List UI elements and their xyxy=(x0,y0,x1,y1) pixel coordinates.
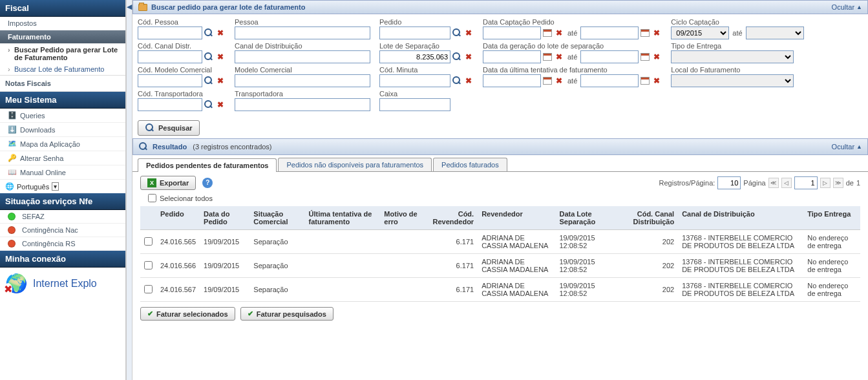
input-cod-canal[interactable] xyxy=(138,50,202,63)
input-cod-modelo[interactable] xyxy=(138,74,202,87)
clear-data-ult-to[interactable]: ✖ xyxy=(651,76,662,86)
cal-data-ult-from[interactable] xyxy=(542,76,553,86)
clear-cod-modelo[interactable]: ✖ xyxy=(215,76,226,86)
exportar-button[interactable]: XExportar xyxy=(140,176,196,190)
sidebar-item-notas-fiscais[interactable]: Notas Fiscais xyxy=(0,75,125,92)
lookup-pedido[interactable] xyxy=(452,28,462,38)
pager-page-input[interactable] xyxy=(794,176,818,189)
input-modelo[interactable] xyxy=(235,74,370,87)
clear-pedido[interactable]: ✖ xyxy=(463,28,474,38)
col-data-pedido[interactable]: Data do Pedido xyxy=(200,206,249,230)
col-motivo[interactable]: Motivo de erro xyxy=(380,206,421,230)
folder-icon xyxy=(138,4,147,11)
pager-next[interactable]: ▷ xyxy=(820,178,831,188)
select-ciclo-from[interactable]: 09/2015 xyxy=(671,26,729,39)
cell-canal: 13768 - INTERBELLE COMERCIO DE PRODUTOS … xyxy=(678,230,803,254)
label-cod-canal: Cód. Canal Distr. xyxy=(138,42,226,50)
main-content: Buscar pedido para gerar lote de faturam… xyxy=(132,0,868,380)
input-data-capt-to[interactable] xyxy=(580,26,639,39)
clear-cod-pessoa[interactable]: ✖ xyxy=(215,28,226,38)
clear-lote-sep[interactable]: ✖ xyxy=(463,52,474,62)
clear-data-capt-to[interactable]: ✖ xyxy=(651,28,662,38)
select-tipo-entrega[interactable] xyxy=(671,50,794,63)
select-ciclo-to[interactable] xyxy=(746,26,804,39)
cal-data-capt-from[interactable] xyxy=(542,28,553,38)
col-cod-canal[interactable]: Cód. Canal Distribuição xyxy=(613,206,678,230)
input-data-capt-from[interactable] xyxy=(483,26,541,39)
input-cod-transp[interactable] xyxy=(138,98,202,111)
input-cod-minuta[interactable] xyxy=(379,74,450,87)
sidebar-item-manual[interactable]: 📖Manual Online xyxy=(0,165,125,180)
lookup-lote-sep[interactable] xyxy=(452,52,462,62)
pager-reg-input[interactable] xyxy=(717,176,741,189)
pesquisar-button[interactable]: Pesquisar xyxy=(138,120,200,136)
faturar-pesquisados-button[interactable]: ✔Faturar pesquisados xyxy=(240,307,333,321)
cal-data-capt-to[interactable] xyxy=(640,28,650,38)
row-checkbox[interactable] xyxy=(144,261,153,269)
pager-last[interactable]: ≫ xyxy=(833,178,843,188)
sidebar-item-queries[interactable]: 🗄️Queries xyxy=(0,109,125,123)
tab-pendentes[interactable]: Pedidos pendentes de faturamentos xyxy=(138,158,277,172)
input-pessoa[interactable] xyxy=(235,26,370,39)
cal-data-ult-to[interactable] xyxy=(640,76,650,86)
sidebar-sub-buscar-pedido[interactable]: Buscar Pedido para gerar Lote de Faturam… xyxy=(0,44,125,63)
input-caixa[interactable] xyxy=(379,98,450,111)
col-ult-tent[interactable]: Última tentativa de faturamento xyxy=(305,206,381,230)
col-sit-com[interactable]: Situação Comercial xyxy=(249,206,304,230)
sidebar-item-downloads[interactable]: ⬇️Downloads xyxy=(0,123,125,137)
sidebar-item-faturamento[interactable]: Faturamento xyxy=(0,30,125,44)
sidebar-item-alterar-senha[interactable]: 🔑Alterar Senha xyxy=(0,151,125,165)
col-canal[interactable]: Canal de Distribuição xyxy=(678,206,803,230)
col-cod-rev[interactable]: Cód. Revendedor xyxy=(421,206,478,230)
clear-data-ult-from[interactable]: ✖ xyxy=(554,76,564,86)
lookup-cod-canal[interactable] xyxy=(204,52,214,62)
tab-faturados[interactable]: Pedidos faturados xyxy=(433,158,507,171)
clear-cod-minuta[interactable]: ✖ xyxy=(463,76,474,86)
lookup-cod-pessoa[interactable] xyxy=(204,28,214,38)
tab-nao-disponiveis[interactable]: Pedidos não disponíveis para faturamento… xyxy=(278,158,432,171)
input-data-ger-to[interactable] xyxy=(580,50,639,63)
sidebar-item-impostos[interactable]: Impostos xyxy=(0,17,125,30)
input-canal[interactable] xyxy=(235,50,370,63)
input-transp[interactable] xyxy=(235,98,370,111)
lookup-cod-modelo[interactable] xyxy=(204,76,214,86)
clear-data-ger-to[interactable]: ✖ xyxy=(651,52,662,62)
cell-pedido: 24.016.566 xyxy=(156,254,200,278)
col-tipo-ent[interactable]: Tipo Entrega xyxy=(803,206,860,230)
input-data-ult-to[interactable] xyxy=(580,74,639,87)
select-all-checkbox[interactable] xyxy=(148,194,156,202)
sidebar-collapse-handle[interactable]: ◀ xyxy=(126,0,132,380)
help-button[interactable]: ? xyxy=(202,178,213,188)
cal-data-ger-to[interactable] xyxy=(640,52,650,62)
cell-ult xyxy=(305,278,381,302)
pager-first[interactable]: ≪ xyxy=(768,178,779,188)
select-local-fat[interactable] xyxy=(671,74,794,87)
col-data-lote[interactable]: Data Lote Separação xyxy=(555,206,613,230)
input-pedido[interactable] xyxy=(379,26,450,39)
row-checkbox[interactable] xyxy=(144,237,153,246)
pager-prev[interactable]: ◁ xyxy=(781,178,792,188)
lookup-cod-minuta[interactable] xyxy=(452,76,462,86)
row-checkbox[interactable] xyxy=(144,285,153,293)
clear-cod-transp[interactable]: ✖ xyxy=(215,100,226,110)
result-panel-collapse[interactable]: Ocultar ▲ xyxy=(832,143,862,151)
lookup-cod-transp[interactable] xyxy=(204,100,214,110)
cal-data-ger-from[interactable] xyxy=(542,52,553,62)
dropdown-icon[interactable]: ▾ xyxy=(52,182,59,191)
label-local-fat: Local do Faturamento xyxy=(671,66,794,74)
clear-cod-canal[interactable]: ✖ xyxy=(215,52,226,62)
sidebar-sub-buscar-lote[interactable]: Buscar Lote de Faturamento xyxy=(0,63,125,75)
table-row: 24.016.566 19/09/2015 Separação 6.171 AD… xyxy=(140,254,860,278)
input-cod-pessoa[interactable] xyxy=(138,26,202,39)
search-panel-collapse[interactable]: Ocultar ▲ xyxy=(832,3,862,11)
col-revendedor[interactable]: Revendedor xyxy=(478,206,555,230)
sidebar-item-mapa[interactable]: 🗺️Mapa da Aplicação xyxy=(0,137,125,151)
clear-data-capt-from[interactable]: ✖ xyxy=(554,28,564,38)
clear-data-ger-from[interactable]: ✖ xyxy=(554,52,564,62)
input-data-ger-from[interactable] xyxy=(483,50,541,63)
input-lote-sep[interactable] xyxy=(379,50,450,63)
col-pedido[interactable]: Pedido xyxy=(156,206,200,230)
faturar-selecionados-button[interactable]: ✔Faturar selecionados xyxy=(140,307,235,321)
language-selector[interactable]: 🌐Português▾ xyxy=(0,180,125,193)
input-data-ult-from[interactable] xyxy=(483,74,541,87)
